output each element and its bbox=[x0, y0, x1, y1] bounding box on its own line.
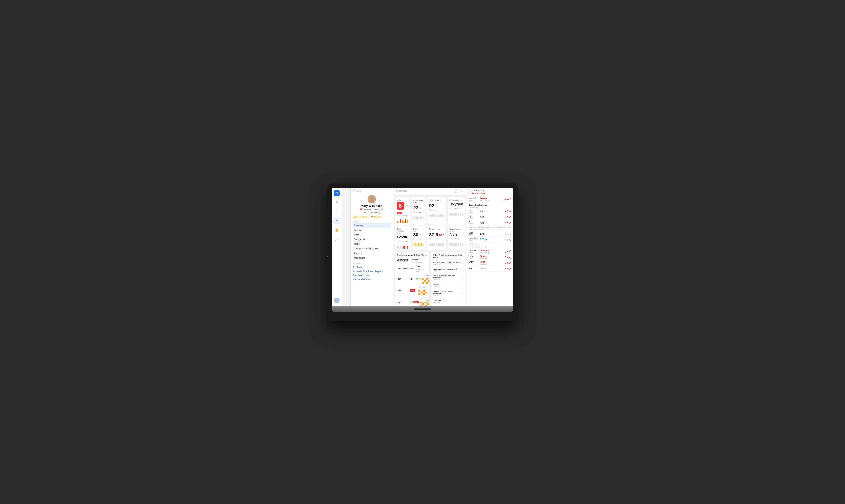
spo2-value: 92 ↘ bbox=[429, 203, 444, 209]
patient-name: Mary Wilkinson bbox=[353, 204, 391, 208]
chevron-right-icon-2: › bbox=[462, 269, 463, 271]
assessment-row-bp-standing: BP Standing <120/80 mmHg 143/62 2 h 13 m… bbox=[395, 257, 429, 264]
other-item-bed-rails[interactable]: Bed rails and low bed rails assessment 4… bbox=[431, 273, 465, 282]
warning-icon: ⚠️ bbox=[354, 216, 356, 218]
svg-point-10 bbox=[510, 216, 511, 217]
other-item-body-care-time: 4 days ago bbox=[433, 301, 462, 303]
assessment-row-vte: VTE High 2 h 13 min ago bbox=[395, 285, 429, 296]
lab-appt-unit: s bbox=[469, 263, 479, 265]
view-tasks[interactable]: Tasks bbox=[353, 232, 391, 237]
lab-alert: ⚠ 6 out of range bbox=[469, 192, 512, 195]
svg-point-34 bbox=[510, 262, 511, 263]
news2-score: 8 bbox=[397, 202, 404, 210]
lab-na-unit: mmol/l bbox=[469, 217, 479, 218]
search-icon[interactable]: 🔍 bbox=[333, 199, 340, 205]
svg-point-5 bbox=[509, 211, 510, 212]
vital-news2: NEWS 2 8 ↗ High 2 h 13 min ago bbox=[394, 197, 410, 225]
must-badge: High bbox=[413, 301, 419, 303]
svg-point-33 bbox=[509, 263, 510, 264]
edit-patient-link[interactable]: Edit Patient bbox=[353, 265, 391, 269]
lab-title: Lab results bbox=[469, 190, 512, 192]
view-timeline[interactable]: Timeline bbox=[353, 228, 391, 232]
serum-time: 1 h 12 min ago bbox=[469, 207, 512, 209]
resp-rate-time: 12 min ago bbox=[413, 211, 424, 213]
view-care-plans[interactable]: Care Plans and Registries bbox=[353, 247, 391, 251]
app-logo: B bbox=[334, 190, 340, 196]
other-item-inpatient[interactable]: Inpatient care and risk document 4 days … bbox=[431, 260, 465, 267]
must-label: MUST bbox=[397, 301, 410, 303]
svg-point-15 bbox=[505, 234, 506, 235]
comment-label: COMMENT bbox=[469, 244, 512, 246]
other-item-body-care[interactable]: Body care 4 days ago › bbox=[431, 298, 465, 304]
comment-text: Key treshold for urgent response bbox=[469, 246, 512, 248]
lab-ca-value: 5.2 bbox=[480, 210, 483, 213]
nav-bar: B 🔍 ⌂ H 🔔 💬 bbox=[332, 188, 342, 306]
lab-k-value: 4.79 bbox=[480, 222, 484, 224]
vte-chart bbox=[419, 290, 427, 295]
svg-point-27 bbox=[505, 256, 506, 257]
svg-point-11 bbox=[505, 222, 506, 223]
svg-point-18 bbox=[510, 234, 511, 235]
notifications-icon[interactable]: 🔔 bbox=[333, 227, 340, 233]
view-tasks-2[interactable]: Tasks bbox=[353, 242, 391, 246]
home-icon[interactable]: ⌂ bbox=[333, 208, 340, 215]
serum-note: Please note: FBC reference range has bee… bbox=[469, 226, 512, 230]
start-assessment-link[interactable]: Start Assessment bbox=[353, 273, 391, 277]
vital-temp: Temperature °C 37.5 H ↗ 24 min ago bbox=[427, 226, 446, 250]
other-item-diabetes[interactable]: Diabetes food screening assessment 4 day… bbox=[431, 289, 465, 298]
pulse-value: 30 ↘ bbox=[413, 232, 424, 237]
lab-inr-time: 1 day ago bbox=[480, 268, 503, 269]
known-allergies-btn[interactable]: ⚠️ Known allergies bbox=[353, 216, 369, 218]
other-item-bed-rails-title: Bed rails and low bed rails assessment bbox=[433, 275, 462, 279]
bp-standing-label: BP Standing bbox=[397, 259, 410, 261]
hub-icon[interactable]: H bbox=[333, 217, 340, 224]
info-icon: i bbox=[381, 208, 383, 211]
lab-crp-time: 2 days ago bbox=[480, 257, 503, 259]
view-allergies[interactable]: Allergies bbox=[353, 251, 391, 255]
messages-icon[interactable]: 💬 bbox=[333, 236, 340, 242]
fluid-time: 2 h 13 min ago bbox=[416, 268, 427, 272]
lab-k-name: K bbox=[469, 221, 479, 223]
pain-time: 2 h 13 min ago bbox=[422, 275, 429, 278]
other-item-about-me[interactable]: About me 4 days ago › bbox=[431, 282, 465, 289]
other-item-body-care-title: Body care bbox=[433, 299, 462, 301]
other-item-inpatient-content: Inpatient care and risk document 4 days … bbox=[433, 261, 462, 265]
other-item-high-impact[interactable]: High impact risk assestment 4 days ago › bbox=[431, 267, 465, 273]
chevron-right-icon-4: › bbox=[462, 284, 463, 287]
close-icon[interactable]: ✕ bbox=[460, 190, 464, 194]
must-chart bbox=[420, 302, 429, 306]
temp-title: Temperature bbox=[429, 228, 444, 230]
lab-crp-unit: μmol/L bbox=[469, 257, 479, 259]
lab-crp-value: 26 bbox=[480, 255, 482, 257]
svg-point-29 bbox=[509, 257, 510, 258]
assessments-card: Assessments and Care Plans BP Standing <… bbox=[394, 252, 429, 306]
news2-chart bbox=[397, 218, 408, 223]
resp-rate-subtitle: breath/min bbox=[413, 204, 424, 205]
other-item-about-me-content: About me 4 days ago bbox=[433, 284, 462, 287]
view-summary[interactable]: Summary bbox=[353, 223, 391, 228]
svg-point-6 bbox=[510, 211, 511, 212]
view-medications[interactable]: Medications bbox=[353, 256, 391, 260]
lab-glucose-badge: H bbox=[485, 250, 487, 251]
lab-inr: INR 1 day ago bbox=[469, 266, 512, 272]
expand-icon[interactable]: ⛶ bbox=[454, 190, 458, 194]
svg-point-4 bbox=[507, 210, 508, 211]
views-label: VIEWS bbox=[353, 220, 391, 222]
chevron-right-icon-6: › bbox=[462, 300, 463, 302]
lab-creatinine-2-chart bbox=[504, 237, 512, 241]
other-item-about-me-time: 4 days ago bbox=[433, 286, 462, 287]
mark-my-patient-link[interactable]: Mark as My Patient bbox=[353, 277, 391, 282]
flags-btn[interactable]: 🚩 Flags (4) bbox=[370, 216, 382, 218]
svg-point-23 bbox=[505, 251, 506, 253]
oxygen-time: 15 min ago bbox=[449, 208, 463, 209]
view-documents[interactable]: Documents bbox=[353, 237, 391, 241]
sidebar-secondary bbox=[342, 188, 351, 306]
pulse-title: Pulse bbox=[413, 228, 424, 230]
consciousness-value: Alert bbox=[449, 233, 463, 237]
lab-na-chart bbox=[504, 215, 512, 219]
news2-time: 2 h 13 min ago bbox=[397, 215, 408, 217]
lab-urea-unit: mmol/l bbox=[469, 234, 479, 235]
include-care-plan-link[interactable]: Include in Care Plan or Registry bbox=[353, 269, 391, 273]
svg-point-17 bbox=[509, 234, 510, 234]
svg-point-1 bbox=[369, 200, 375, 203]
